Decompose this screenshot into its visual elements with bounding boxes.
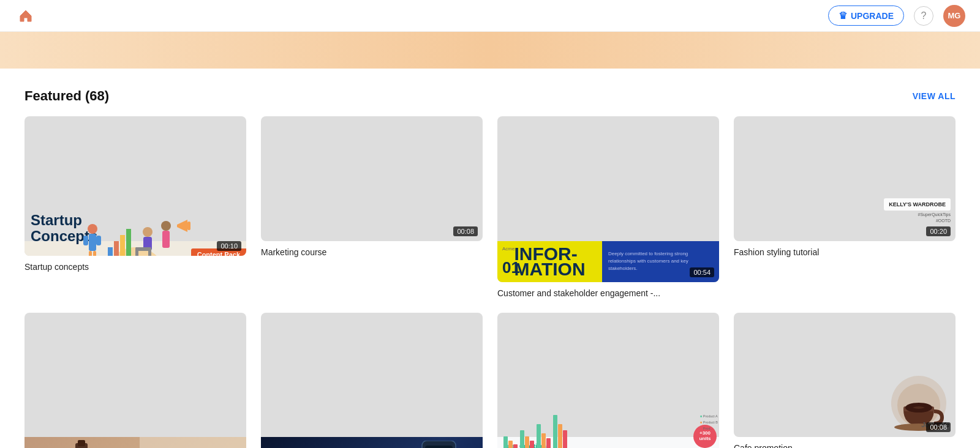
svg-rect-8: [120, 235, 125, 256]
svg-rect-18: [148, 247, 151, 256]
card-marketing-course[interactable]: MARKETING COURSE Certificate included In…: [261, 116, 483, 298]
view-all-button[interactable]: VIEW ALL: [913, 91, 956, 101]
fashion-tags: #SuperQuickTips#OOTD: [918, 212, 951, 224]
card-customer-engagement[interactable]: Acme INFOR-MATION 01 Deeply committed to…: [497, 116, 719, 298]
user-avatar[interactable]: MG: [943, 5, 965, 27]
svg-rect-17: [135, 247, 138, 256]
sales-chart: [503, 415, 682, 448]
help-button[interactable]: ?: [914, 6, 933, 26]
info-large-text: INFOR-MATION: [509, 241, 590, 282]
top-navigation: ♛ UPGRADE ? MG: [0, 0, 980, 32]
card-fashion-tutorial[interactable]: KELLY'S WARDROBE #SuperQuickTips#OOTD 00…: [734, 116, 956, 298]
fashion-brand: KELLY'S WARDROBE: [889, 201, 946, 207]
upgrade-label: UPGRADE: [851, 11, 894, 21]
marketing-duration: 00:08: [453, 226, 478, 236]
nav-right: ♛ UPGRADE ? MG: [828, 5, 965, 27]
card-sales-quantities[interactable]: Sales Quantities for Different Products: [497, 313, 719, 448]
card-app-promotion[interactable]: Invest in a new world Trade App ► Real-t…: [261, 313, 483, 448]
svg-rect-5: [93, 251, 96, 256]
promo-banner: [0, 32, 980, 69]
svg-rect-1: [89, 234, 96, 251]
featured-title: Featured (68): [24, 88, 109, 104]
svg-rect-4: [89, 251, 92, 256]
info-acme: Acme: [502, 246, 514, 252]
fashion-duration: 00:20: [926, 226, 951, 236]
thumb-marketing-course: MARKETING COURSE Certificate included In…: [261, 116, 483, 241]
fashion-brand-box: KELLY'S WARDROBE: [884, 198, 951, 211]
featured-grid: Content Pack: [24, 116, 956, 448]
info-yellow-panel: Acme INFOR-MATION 01: [497, 241, 602, 282]
info-number: 01: [502, 258, 520, 277]
thumb-app-promotion: Invest in a new world Trade App ► Real-t…: [261, 313, 483, 448]
card-skincare-promotion[interactable]: RELAXING SOAK RefreshingYouthful glowFra…: [24, 313, 246, 448]
svg-rect-13: [187, 222, 190, 230]
svg-rect-7: [114, 241, 119, 256]
thumb-startup-concepts: Content Pack: [24, 116, 246, 256]
marketing-label: Marketing course: [261, 247, 483, 257]
engagement-label: Customer and stakeholder engagement -...: [497, 288, 719, 298]
thumb-cafe-promotion: Signature Menu Craft memories with every…: [734, 313, 956, 438]
upgrade-button[interactable]: ♛ UPGRADE: [828, 6, 904, 26]
featured-header: Featured (68) VIEW ALL: [24, 88, 956, 104]
thumb-sales-quantities: Sales Quantities for Different Products: [497, 313, 719, 448]
svg-rect-3: [96, 236, 101, 245]
app-text-area: Invest in a new world Trade App ► Real-t…: [261, 437, 394, 448]
card-cafe-promotion[interactable]: Signature Menu Craft memories with every…: [734, 313, 956, 448]
info-duration: 00:54: [690, 267, 714, 277]
svg-point-0: [88, 224, 97, 234]
thumb-skincare-promotion: RELAXING SOAK RefreshingYouthful glowFra…: [24, 313, 246, 448]
thumb-fashion-tutorial: KELLY'S WARDROBE #SuperQuickTips#OOTD 00…: [734, 116, 956, 241]
nav-left: [15, 5, 37, 27]
app-phone-area: BTC / USD 4,990.2 70.5 73.65 71.87: [394, 437, 483, 448]
card-startup-concepts[interactable]: Content Pack: [24, 116, 246, 298]
svg-point-14: [143, 227, 153, 237]
fashion-label: Fashion styling tutorial: [734, 247, 956, 257]
svg-rect-25: [78, 440, 85, 446]
avatar-initials: MG: [948, 11, 961, 20]
svg-marker-12: [177, 220, 187, 232]
startup-label: Startup concepts: [24, 262, 246, 272]
cafe-duration: 00:08: [926, 422, 951, 432]
svg-point-10: [161, 221, 171, 231]
svg-rect-6: [108, 247, 113, 256]
svg-rect-2: [83, 236, 88, 245]
startup-duration: 00:10: [217, 241, 241, 251]
skincare-text-area: RELAXING SOAK RefreshingYouthful glowFra…: [140, 437, 246, 448]
svg-rect-11: [162, 231, 170, 248]
main-content: Featured (68) VIEW ALL Content Pack: [0, 69, 980, 448]
thumb-customer-engagement: Acme INFOR-MATION 01 Deeply committed to…: [497, 116, 719, 282]
question-icon: ?: [921, 10, 927, 21]
home-button[interactable]: [15, 5, 37, 27]
skincare-products-area: [24, 437, 140, 448]
svg-rect-9: [126, 229, 131, 256]
cafe-label: Cafe promotion: [734, 443, 956, 448]
svg-rect-30: [425, 446, 453, 448]
crown-icon: ♛: [839, 10, 847, 21]
